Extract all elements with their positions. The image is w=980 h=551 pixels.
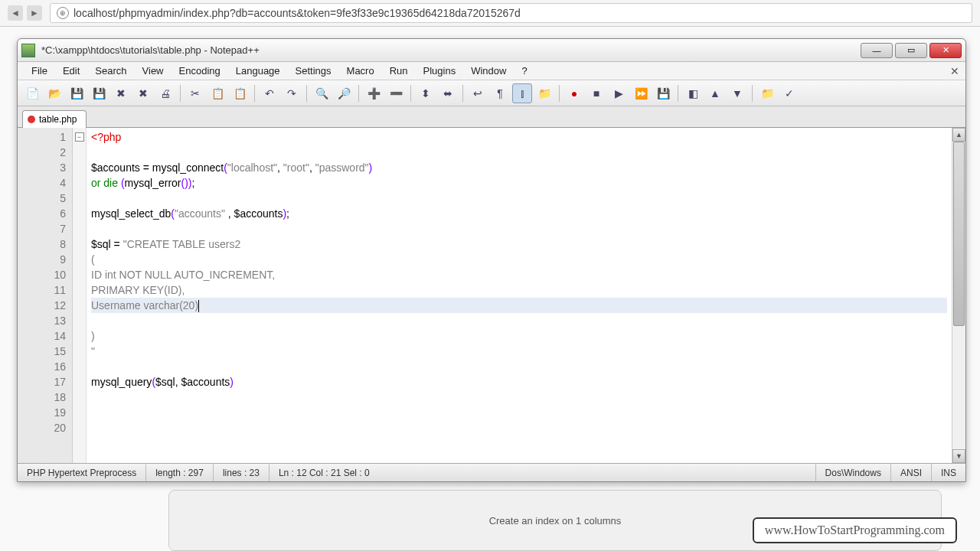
menu-close-icon[interactable]: ✕ bbox=[950, 65, 959, 77]
notepadpp-window: *C:\xampp\htdocs\tutorials\table.php - N… bbox=[17, 38, 966, 482]
globe-icon: ⊕ bbox=[57, 7, 69, 19]
save-macro-icon[interactable]: 💾 bbox=[653, 83, 673, 103]
record-icon[interactable]: ● bbox=[564, 83, 584, 103]
watermark: www.HowToStartProgramming.com bbox=[753, 517, 957, 543]
minimize-button[interactable]: — bbox=[861, 43, 893, 58]
paste-icon[interactable]: 📋 bbox=[230, 83, 250, 103]
tab-table-php[interactable]: table.php bbox=[22, 110, 87, 128]
menu-view[interactable]: View bbox=[135, 63, 172, 79]
status-length: length : 297 bbox=[146, 464, 214, 481]
redo-icon[interactable]: ↷ bbox=[282, 83, 302, 103]
zoom-in-icon[interactable]: ➕ bbox=[364, 83, 384, 103]
toolbar: 📄 📂 💾 💾 ✖ ✖ 🖨 ✂ 📋 📋 ↶ ↷ 🔍 🔎 ➕ ➖ ⬍ ⬌ ↩ ¶ … bbox=[18, 80, 965, 106]
status-mode: INS bbox=[932, 464, 965, 481]
fold-toggle-icon[interactable]: − bbox=[75, 132, 84, 142]
menu-plugins[interactable]: Plugins bbox=[416, 63, 464, 79]
back-button[interactable]: ◄ bbox=[8, 5, 23, 21]
scroll-down-icon[interactable]: ▼ bbox=[952, 449, 965, 463]
window-controls: — ▭ ✕ bbox=[861, 43, 962, 58]
replace-icon[interactable]: 🔎 bbox=[334, 83, 354, 103]
code-area[interactable]: <?php $accounts = mysql_connect("localho… bbox=[87, 128, 952, 463]
url-input[interactable]: ⊕ localhost/phpmyadmin/index.php?db=acco… bbox=[50, 3, 972, 23]
scroll-up-icon[interactable]: ▲ bbox=[952, 128, 965, 142]
status-lines: lines : 23 bbox=[214, 464, 270, 481]
status-position: Ln : 12 Col : 21 Sel : 0 bbox=[270, 464, 816, 481]
app-icon bbox=[21, 44, 35, 57]
maximize-button[interactable]: ▭ bbox=[895, 43, 927, 58]
line-numbers: 1234567891011121314151617181920 bbox=[18, 128, 73, 463]
find-icon[interactable]: 🔍 bbox=[312, 83, 332, 103]
copy-icon[interactable]: 📋 bbox=[207, 83, 227, 103]
text-cursor bbox=[198, 300, 199, 312]
misc-icon-2[interactable]: ▲ bbox=[705, 83, 725, 103]
wordwrap-icon[interactable]: ↩ bbox=[468, 83, 488, 103]
userlang-icon[interactable]: 📁 bbox=[534, 83, 554, 103]
tabbar: table.php bbox=[18, 106, 965, 128]
save-all-icon[interactable]: 💾 bbox=[89, 83, 109, 103]
new-file-icon[interactable]: 📄 bbox=[22, 83, 42, 103]
browser-address-bar: ◄ ► ⊕ localhost/phpmyadmin/index.php?db=… bbox=[0, 0, 980, 27]
misc-icon-4[interactable]: 📁 bbox=[757, 83, 777, 103]
fold-column: − bbox=[73, 128, 87, 463]
menu-encoding[interactable]: Encoding bbox=[172, 63, 228, 79]
menubar: File Edit Search View Encoding Language … bbox=[18, 62, 965, 80]
tab-label: table.php bbox=[39, 114, 77, 125]
print-icon[interactable]: 🖨 bbox=[155, 83, 175, 103]
status-encoding: ANSI bbox=[891, 464, 932, 481]
titlebar[interactable]: *C:\xampp\htdocs\tutorials\table.php - N… bbox=[18, 39, 965, 62]
stop-icon[interactable]: ■ bbox=[586, 83, 606, 103]
scroll-track[interactable] bbox=[952, 142, 965, 449]
undo-icon[interactable]: ↶ bbox=[260, 83, 279, 103]
statusbar: PHP Hypertext Preprocess length : 297 li… bbox=[18, 463, 965, 481]
status-language: PHP Hypertext Preprocess bbox=[18, 464, 146, 481]
play-icon[interactable]: ▶ bbox=[609, 83, 629, 103]
forward-button[interactable]: ► bbox=[27, 5, 42, 21]
modified-dot-icon bbox=[28, 116, 35, 123]
play-multi-icon[interactable]: ⏩ bbox=[631, 83, 651, 103]
menu-run[interactable]: Run bbox=[382, 63, 416, 79]
save-icon[interactable]: 💾 bbox=[67, 83, 87, 103]
url-text: localhost/phpmyadmin/index.php?db=accoun… bbox=[74, 7, 521, 19]
close-file-icon[interactable]: ✖ bbox=[111, 83, 131, 103]
allchars-icon[interactable]: ¶ bbox=[490, 83, 510, 103]
cut-icon[interactable]: ✂ bbox=[185, 83, 205, 103]
menu-help[interactable]: ? bbox=[514, 63, 534, 79]
scroll-thumb[interactable] bbox=[953, 142, 965, 326]
zoom-out-icon[interactable]: ➖ bbox=[386, 83, 406, 103]
vertical-scrollbar[interactable]: ▲ ▼ bbox=[952, 128, 965, 463]
menu-settings[interactable]: Settings bbox=[288, 63, 339, 79]
misc-icon-1[interactable]: ◧ bbox=[683, 83, 703, 103]
close-button[interactable]: ✕ bbox=[929, 43, 962, 58]
menu-file[interactable]: File bbox=[24, 63, 55, 79]
sync-v-icon[interactable]: ⬍ bbox=[416, 83, 436, 103]
current-line: Username varchar(20) bbox=[91, 298, 947, 313]
menu-language[interactable]: Language bbox=[228, 63, 288, 79]
window-title: *C:\xampp\htdocs\tutorials\table.php - N… bbox=[41, 44, 861, 56]
indent-guide-icon[interactable]: ⫿ bbox=[512, 83, 532, 103]
open-file-icon[interactable]: 📂 bbox=[44, 83, 64, 103]
close-all-icon[interactable]: ✖ bbox=[133, 83, 153, 103]
misc-icon-5[interactable]: ✓ bbox=[779, 83, 799, 103]
create-index-text: Create an index on 1 columns bbox=[489, 515, 622, 527]
browser-nav: ◄ ► bbox=[8, 5, 42, 21]
editor[interactable]: 1234567891011121314151617181920 − <?php … bbox=[18, 128, 965, 463]
menu-window[interactable]: Window bbox=[463, 63, 514, 79]
misc-icon-3[interactable]: ▼ bbox=[727, 83, 747, 103]
php-open-tag: <?php bbox=[91, 131, 121, 143]
menu-edit[interactable]: Edit bbox=[55, 63, 87, 79]
sync-h-icon[interactable]: ⬌ bbox=[438, 83, 458, 103]
status-eol: Dos\Windows bbox=[816, 464, 891, 481]
menu-macro[interactable]: Macro bbox=[339, 63, 382, 79]
menu-search[interactable]: Search bbox=[87, 63, 134, 79]
